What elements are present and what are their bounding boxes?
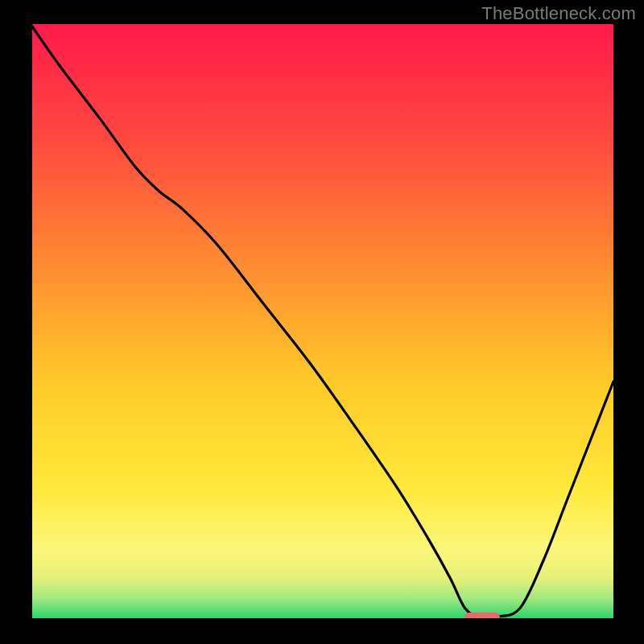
- chart-container: TheBottleneck.com: [0, 0, 644, 644]
- bottleneck-chart: [0, 0, 644, 644]
- plot-background: [31, 24, 613, 620]
- watermark-text: TheBottleneck.com: [481, 3, 636, 24]
